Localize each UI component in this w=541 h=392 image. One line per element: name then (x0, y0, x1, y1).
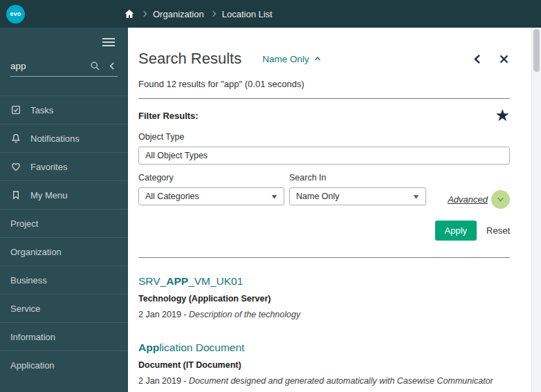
collapse-chevron-left-icon[interactable] (107, 61, 118, 71)
sidebar-item-label: My Menu (30, 190, 67, 200)
breadcrumb-separator-icon (141, 11, 147, 17)
close-icon[interactable] (498, 53, 510, 65)
advanced-expand-button[interactable] (491, 190, 510, 209)
chevron-down-icon (496, 195, 505, 204)
search-mode-label: Name Only (262, 54, 309, 64)
result-item: SRV_APP_VM_UK01 Technology (Application … (138, 275, 510, 319)
sidebar-item-project[interactable]: Project (0, 209, 128, 237)
sidebar-item-information[interactable]: Information (0, 322, 128, 351)
search-in-select[interactable]: Name Only (289, 187, 426, 205)
results-summary: Found 12 results for "app" (0.01 seconds… (138, 79, 510, 89)
sidebar-menu: Tasks Notifications Favorites My Menu Pr… (0, 95, 128, 379)
header-icons (472, 53, 510, 65)
filter-header: Filter Results: ★ (138, 107, 510, 124)
home-icon[interactable] (124, 8, 135, 19)
search-in-label: Search In (289, 173, 426, 183)
sidebar-item-label: Tasks (30, 105, 53, 115)
tasks-icon (10, 104, 21, 115)
category-label: Category (138, 173, 284, 183)
apply-button[interactable]: Apply (435, 221, 477, 241)
divider (138, 98, 510, 99)
category-column: Category All Categories (138, 165, 284, 205)
result-description: 2 Jan 2019 - Description of the technolo… (138, 310, 510, 319)
sidebar-item-business[interactable]: Business (0, 265, 128, 294)
category-value: All Categories (145, 192, 199, 201)
result-type: Technology (Application Server) (138, 294, 510, 304)
sidebar-item-label: Information (10, 332, 55, 342)
result-description: 2 Jan 2019 - Document designed and gener… (138, 376, 510, 386)
advanced-link[interactable]: Advanced (448, 194, 488, 205)
breadcrumb-organization[interactable]: Organization (153, 9, 204, 19)
search-in-column: Search In Name Only (289, 165, 426, 205)
page-title: Search Results (138, 50, 241, 68)
result-item: Application Document Document (IT Docume… (138, 342, 510, 386)
object-type-field[interactable]: All Object Types (138, 147, 510, 165)
sidebar-header (0, 28, 128, 57)
filter-title: Filter Results: (138, 111, 199, 121)
evo-logo[interactable]: evo (6, 5, 25, 24)
object-type-value: All Object Types (145, 151, 208, 160)
bell-icon (10, 133, 21, 144)
top-bar: evo Organization Location List (0, 0, 541, 28)
sidebar-item-label: Application (10, 360, 55, 371)
bookmark-icon (10, 189, 21, 200)
filter-actions: Apply Reset (138, 221, 510, 241)
hamburger-menu-icon[interactable] (100, 36, 117, 48)
sidebar: Tasks Notifications Favorites My Menu Pr… (0, 28, 128, 392)
sidebar-item-label: Organization (10, 247, 62, 257)
sidebar-item-service[interactable]: Service (0, 294, 128, 322)
breadcrumb-location-list[interactable]: Location List (222, 9, 273, 19)
breadcrumb: Organization Location List (124, 8, 273, 19)
select-arrow-icon (413, 194, 419, 200)
content-header: Search Results Name Only (138, 50, 510, 68)
advanced-controls: Advanced (448, 190, 510, 209)
reset-link[interactable]: Reset (486, 225, 510, 236)
result-type: Document (IT Document) (138, 360, 510, 370)
divider (138, 257, 510, 258)
sidebar-item-label: Project (10, 218, 38, 229)
breadcrumb-separator-icon (210, 11, 215, 17)
vertical-scrollbar[interactable] (531, 28, 541, 392)
main-content: Search Results Name Only Found 12 result… (128, 28, 531, 392)
scrollbar-thumb[interactable] (533, 29, 540, 72)
page: evo Organization Location List (0, 0, 541, 392)
search-mode-link[interactable]: Name Only (262, 54, 322, 64)
category-select[interactable]: All Categories (138, 187, 284, 205)
sidebar-search (10, 61, 118, 77)
evo-logo-text: evo (10, 10, 21, 17)
sidebar-item-label: Favorites (30, 162, 67, 172)
result-title[interactable]: SRV_APP_VM_UK01 (138, 275, 510, 288)
sidebar-item-tasks[interactable]: Tasks (0, 95, 128, 124)
sidebar-item-label: Business (10, 275, 47, 286)
select-arrow-icon (271, 194, 277, 200)
object-type-label: Object Type (138, 132, 510, 142)
filter-row: Category All Categories Search In Name O… (138, 165, 510, 209)
sidebar-item-label: Service (10, 304, 40, 314)
favorite-star-icon[interactable]: ★ (495, 107, 510, 124)
results-list: SRV_APP_VM_UK01 Technology (Application … (138, 275, 510, 386)
sidebar-item-favorites[interactable]: Favorites (0, 152, 128, 180)
search-in-value: Name Only (296, 192, 340, 201)
sidebar-item-label: Notifications (30, 133, 80, 144)
result-title[interactable]: Application Document (138, 342, 510, 354)
filter-panel: Filter Results: ★ Object Type All Object… (138, 107, 510, 241)
heart-icon (10, 161, 21, 172)
sidebar-item-organization[interactable]: Organization (0, 237, 128, 265)
sidebar-item-application[interactable]: Application (0, 351, 128, 379)
sidebar-item-my-menu[interactable]: My Menu (0, 180, 128, 209)
search-icon[interactable] (90, 61, 100, 71)
chevron-up-icon (313, 55, 322, 63)
back-chevron-icon[interactable] (472, 53, 484, 65)
sidebar-search-input[interactable] (10, 61, 83, 71)
sidebar-item-notifications[interactable]: Notifications (0, 124, 128, 152)
